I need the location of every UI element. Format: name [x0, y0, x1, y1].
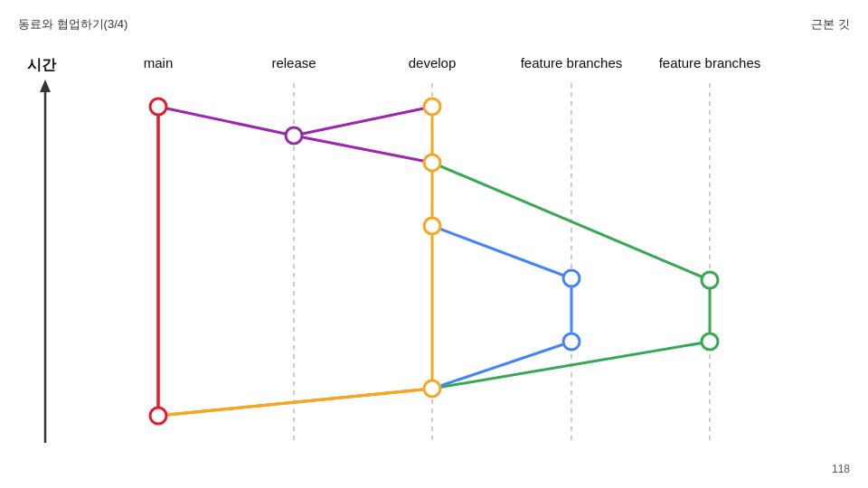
svg-point-28: [286, 127, 302, 144]
svg-point-31: [424, 218, 440, 234]
svg-marker-1: [40, 80, 51, 92]
svg-point-27: [150, 408, 166, 424]
svg-line-24: [432, 342, 571, 389]
svg-text:main: main: [144, 55, 174, 70]
svg-text:feature branches: feature branches: [521, 55, 623, 70]
svg-point-26: [150, 99, 166, 115]
svg-line-17: [294, 107, 432, 136]
svg-text:develop: develop: [409, 55, 457, 70]
svg-line-23: [432, 226, 571, 278]
svg-point-32: [424, 380, 440, 397]
git-flow-diagram: main release develop feature branches fe…: [0, 0, 868, 488]
svg-line-15: [158, 389, 432, 416]
svg-line-18: [294, 136, 432, 163]
svg-line-20: [432, 163, 710, 280]
svg-line-16: [158, 107, 294, 136]
svg-point-30: [424, 155, 440, 171]
svg-point-33: [563, 270, 580, 286]
svg-point-35: [702, 272, 718, 288]
svg-text:feature branches: feature branches: [659, 55, 761, 70]
svg-text:release: release: [271, 55, 316, 70]
svg-point-36: [702, 333, 718, 350]
svg-point-34: [563, 333, 580, 350]
svg-point-29: [424, 99, 440, 115]
